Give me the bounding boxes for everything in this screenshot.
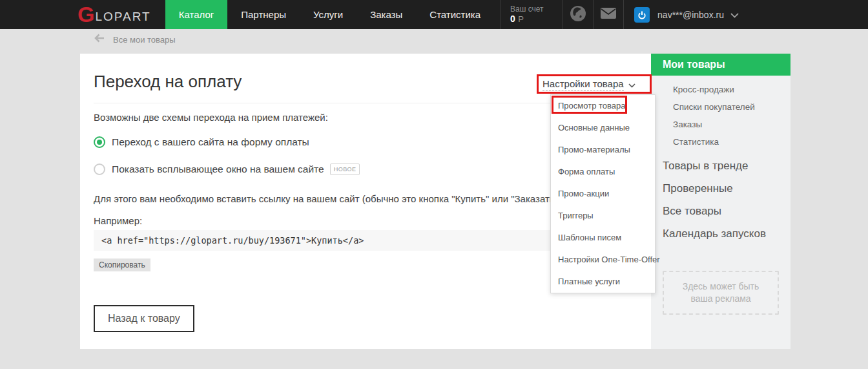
account-balance-value: 0 Р (510, 14, 524, 25)
power-icon (634, 7, 650, 23)
menu-item-orders[interactable]: Заказы (356, 0, 416, 29)
back-to-product-button[interactable]: Назад к товару (94, 305, 194, 332)
top-navbar: G LOPART Каталог Партнеры Услуги Заказы … (0, 0, 868, 29)
main-menu: Каталог Партнеры Услуги Заказы Статистик… (165, 0, 494, 29)
dropdown-item-promo-materials[interactable]: Промо-материалы (551, 139, 655, 161)
menu-item-partners[interactable]: Партнеры (227, 0, 300, 29)
dropdown-item-paid-services[interactable]: Платные услуги (551, 271, 655, 293)
user-account-menu[interactable]: nav***@inbox.ru (623, 0, 749, 29)
radio-label-redirect[interactable]: Переход с вашего сайта на форму оплаты (112, 136, 309, 148)
menu-item-services[interactable]: Услуги (300, 0, 356, 29)
glopart-logo[interactable]: G LOPART (0, 0, 151, 29)
sidebar-item-orders[interactable]: Заказы (651, 116, 790, 133)
dropdown-item-view-product[interactable]: Просмотр товара (551, 95, 655, 117)
menu-item-catalog[interactable]: Каталог (165, 0, 228, 29)
menu-item-statistics[interactable]: Статистика (416, 0, 494, 29)
account-currency: Р (518, 14, 524, 24)
product-settings-trigger[interactable]: Настройки товара (542, 78, 636, 90)
product-settings-label[interactable]: Настройки товара (542, 78, 624, 90)
dropdown-item-basic-data[interactable]: Основные данные (551, 117, 655, 139)
messages-button[interactable] (593, 0, 623, 29)
ad-placeholder: Здесь может быть ваша реклама (663, 271, 779, 315)
breadcrumb: Все мои товары (0, 29, 868, 50)
radio-label-popup[interactable]: Показать всплывающее окно на вашем сайте (112, 163, 324, 175)
globe-icon (570, 5, 586, 25)
chevron-down-icon (730, 9, 739, 21)
dropdown-item-promo-actions[interactable]: Промо-акции (551, 183, 655, 205)
sidebar-item-buyer-lists[interactable]: Списки покупателей (651, 98, 790, 116)
new-badge: НОВОЕ (330, 163, 360, 175)
logo-g-letter: G (78, 0, 94, 29)
sidebar-section-trending[interactable]: Товары в тренде (651, 154, 790, 177)
logo-text: LOPART (95, 10, 150, 24)
sidebar-item-cross-sales[interactable]: Кросс-продажи (651, 81, 790, 98)
ad-placeholder-text: Здесь может быть ваша реклама (673, 280, 769, 305)
dropdown-item-one-time-offer[interactable]: Настройки One-Time-Offer (551, 249, 655, 271)
dropdown-item-email-templates[interactable]: Шаблоны писем (551, 227, 655, 249)
product-settings-dropdown: Просмотр товара Основные данные Промо-ма… (550, 94, 656, 293)
radio-button-unselected[interactable] (94, 163, 105, 175)
radio-button-selected[interactable] (94, 136, 105, 148)
account-balance-label: Ваш счет (510, 5, 544, 14)
sidebar-section-verified[interactable]: Проверенные (651, 177, 790, 200)
account-balance[interactable]: Ваш счет 0 Р (501, 0, 563, 29)
sidebar-item-statistics[interactable]: Статистика (651, 133, 790, 151)
account-amount: 0 (510, 14, 515, 24)
navbar-right-group: Ваш счет 0 Р nav***@inbox.ru (501, 0, 749, 29)
copy-button[interactable]: Скопировать (94, 258, 150, 271)
dropdown-item-payment-form[interactable]: Форма оплаты (551, 161, 655, 183)
dropdown-item-triggers[interactable]: Триггеры (551, 205, 655, 227)
sidebar-header-my-products[interactable]: Мои товары (651, 54, 790, 76)
right-sidebar: Мои товары Кросс-продажи Списки покупате… (651, 54, 790, 349)
sidebar-sublinks: Кросс-продажи Списки покупателей Заказы … (651, 81, 790, 151)
breadcrumb-link-all-products[interactable]: Все мои товары (113, 35, 176, 45)
back-arrow-icon[interactable] (94, 34, 105, 45)
chevron-down-icon (624, 79, 636, 90)
user-email: nav***@inbox.ru (657, 10, 724, 20)
sidebar-section-all-products[interactable]: Все товары (651, 200, 790, 222)
mail-icon (601, 8, 616, 21)
language-button[interactable] (563, 0, 593, 29)
sidebar-section-launch-calendar[interactable]: Календарь запусков (651, 222, 790, 245)
sidebar-sections: Товары в тренде Проверенные Все товары К… (651, 154, 790, 245)
